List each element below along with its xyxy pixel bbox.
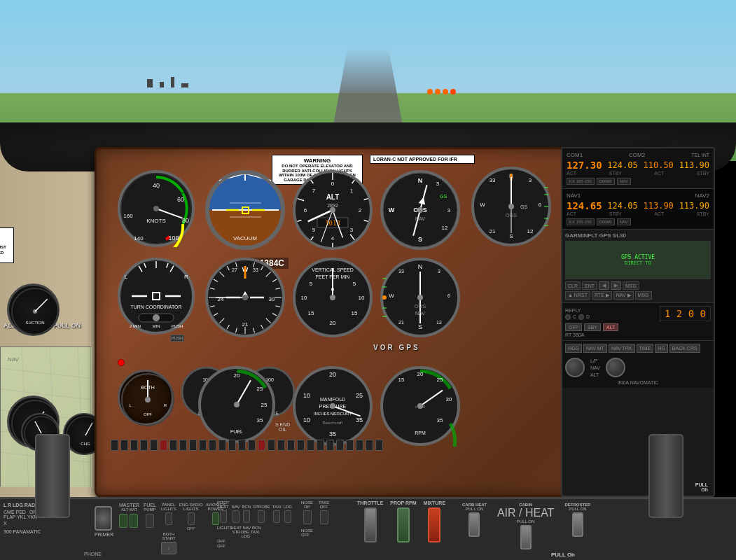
svg-text:20: 20 bbox=[417, 371, 424, 377]
gps-screen: GPS ACTIVE DIRECT TO bbox=[565, 241, 711, 279]
svg-point-85 bbox=[417, 207, 423, 213]
loran-warning: LORAN-C NOT APPROVED FOR IFR bbox=[370, 155, 475, 164]
svg-line-12 bbox=[35, 299, 48, 312]
nav1-unit: NAV1 NAV2 124.65 124.05 113.90 113.90 AC… bbox=[562, 189, 714, 230]
pitot-heat-switch[interactable] bbox=[220, 510, 227, 523]
takeoff-switch[interactable] bbox=[320, 510, 328, 524]
panel-lights-switch[interactable] bbox=[165, 512, 172, 525]
svg-text:160: 160 bbox=[123, 213, 133, 219]
fuel-selector-gauge[interactable]: BOTH L R OFF bbox=[118, 370, 174, 426]
svg-text:MANIFOLD: MANIFOLD bbox=[320, 397, 345, 402]
mixture-lever[interactable] bbox=[428, 507, 440, 542]
svg-text:0: 0 bbox=[331, 181, 335, 187]
svg-text:S: S bbox=[509, 233, 513, 239]
svg-text:5: 5 bbox=[310, 281, 313, 287]
svg-text:TURN COORDINATOR: TURN COORDINATOR bbox=[130, 304, 181, 309]
svg-text:1: 1 bbox=[350, 188, 354, 194]
nose-dp-area: NOSE DP TAKE OFF NOSEOFF bbox=[301, 500, 329, 537]
nose-dp-switch[interactable] bbox=[303, 510, 312, 524]
svg-text:R: R bbox=[164, 403, 167, 407]
svg-text:33: 33 bbox=[253, 267, 258, 272]
gps-ent-btn[interactable]: ENT bbox=[582, 281, 597, 290]
gps-msg-btn[interactable]: MSG bbox=[623, 281, 639, 290]
svg-text:4: 4 bbox=[331, 235, 335, 241]
svg-text:S: S bbox=[418, 323, 422, 330]
both-start-switch[interactable]: ↕ bbox=[161, 542, 176, 554]
svg-text:VACUUM: VACUUM bbox=[233, 235, 257, 241]
svg-text:12: 12 bbox=[436, 320, 442, 325]
svg-text:20: 20 bbox=[234, 372, 240, 379]
heading-indicator: W 24 21 30 27 33 bbox=[205, 258, 286, 338]
push-button[interactable]: PUSH bbox=[170, 335, 184, 342]
carb-heat-knob[interactable] bbox=[468, 512, 480, 537]
svg-point-172 bbox=[330, 295, 335, 300]
ap-hog-btn[interactable]: HGG bbox=[565, 344, 582, 353]
gps-clr-btn[interactable]: CLR bbox=[565, 281, 581, 290]
svg-text:7: 7 bbox=[312, 188, 316, 194]
turn-coordinator: L R TURN COORDINATOR MIN 2 MIN PUSH bbox=[118, 258, 195, 335]
fuel-pump-toggle[interactable] bbox=[146, 514, 154, 528]
svg-text:W: W bbox=[389, 206, 395, 214]
svg-text:12: 12 bbox=[442, 225, 448, 231]
svg-text:Beechcraft: Beechcraft bbox=[323, 421, 343, 425]
svg-text:3: 3 bbox=[350, 227, 354, 233]
red-indicator-light bbox=[118, 359, 125, 366]
svg-text:3: 3 bbox=[529, 177, 532, 183]
nav-light-switch[interactable] bbox=[232, 510, 239, 523]
ap-time-btn[interactable]: TIME bbox=[637, 344, 654, 353]
svg-text:2: 2 bbox=[359, 207, 362, 214]
svg-text:25: 25 bbox=[356, 392, 363, 399]
engine-oil-label: S END OIL bbox=[275, 422, 290, 432]
svg-text:W: W bbox=[480, 202, 485, 208]
ldg-switch[interactable] bbox=[284, 510, 291, 523]
ap-nav-mt-btn[interactable]: NAV MT bbox=[583, 344, 607, 353]
prop-rpm-lever[interactable] bbox=[397, 507, 410, 542]
svg-text:SUCTION: SUCTION bbox=[26, 321, 45, 325]
circuit-breakers bbox=[111, 440, 475, 451]
phone-label: PHONE bbox=[84, 552, 102, 556]
pull-oh-bottom-label: PULL Oh bbox=[551, 552, 575, 559]
exterior-lights-switches: PITOT HEAT NAV BCN STROBE TAXI LDG bbox=[217, 500, 292, 548]
svg-text:30: 30 bbox=[269, 296, 275, 302]
ap-knob-1[interactable] bbox=[565, 358, 585, 377]
svg-text:N: N bbox=[418, 263, 423, 270]
svg-text:KNOTS: KNOTS bbox=[146, 218, 166, 224]
defroster-knob[interactable] bbox=[572, 512, 583, 537]
svg-text:3: 3 bbox=[438, 269, 440, 274]
cabin-heat-knob[interactable] bbox=[520, 525, 532, 550]
svg-text:PUSH: PUSH bbox=[172, 324, 183, 328]
ap-nav-trk-btn[interactable]: NAV TRK bbox=[609, 344, 635, 353]
master-alt-switch[interactable] bbox=[119, 514, 127, 528]
rpm-gauge: 15 20 25 30 35 RPM x 100 bbox=[380, 366, 461, 447]
svg-text:3: 3 bbox=[447, 207, 451, 214]
svg-text:GS: GS bbox=[440, 194, 447, 199]
svg-point-34 bbox=[153, 206, 159, 211]
svg-text:15: 15 bbox=[308, 310, 314, 316]
nav-obs-indicator: N 3 S W 3 12 OBS NAV GS bbox=[380, 170, 461, 251]
yoke-left-column bbox=[35, 434, 70, 518]
primer-knob[interactable]: PRIMER bbox=[95, 506, 113, 537]
svg-text:OBS: OBS bbox=[415, 303, 426, 309]
svg-text:2 MIN: 2 MIN bbox=[130, 324, 141, 328]
compass-card: 33 N 3 6 12 S 21 W GS OBS bbox=[471, 167, 552, 247]
svg-text:OFF: OFF bbox=[144, 412, 152, 416]
ap-back-crs-btn[interactable]: BACK CRS bbox=[669, 344, 700, 353]
taxi-switch[interactable] bbox=[273, 510, 280, 523]
eng-radio-lights-switch[interactable] bbox=[188, 512, 195, 525]
svg-text:R: R bbox=[184, 274, 188, 280]
suction-gauge: SUCTION bbox=[7, 284, 60, 336]
avionics-panel: COM1 COM2 TEL INT 127.30 124.05 110.50 1… bbox=[561, 147, 715, 497]
ap-knob-2[interactable] bbox=[606, 358, 625, 377]
svg-text:3: 3 bbox=[436, 181, 440, 187]
strobe-switch[interactable] bbox=[258, 510, 265, 523]
svg-text:10: 10 bbox=[303, 392, 310, 399]
svg-text:27: 27 bbox=[232, 267, 237, 272]
airspeed-indicator: 40 60 80 100 140 160 KNOTS bbox=[118, 170, 195, 247]
throttle-lever[interactable] bbox=[364, 507, 377, 542]
ap-hg-btn[interactable]: HG bbox=[655, 344, 668, 353]
bottom-control-panel: L R LDG RADIO GPS CME PED OPT OAT ACP FL… bbox=[0, 497, 736, 560]
master-bat-switch[interactable] bbox=[130, 514, 138, 528]
svg-text:NAV: NAV bbox=[8, 356, 20, 363]
svg-text:60: 60 bbox=[177, 196, 184, 203]
bcn-switch[interactable] bbox=[243, 510, 250, 523]
